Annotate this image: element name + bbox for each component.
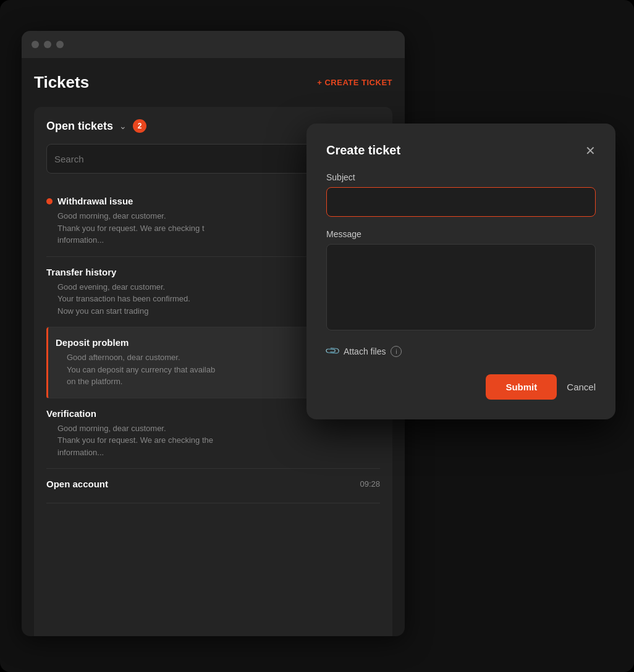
ticket-unread-dot bbox=[46, 198, 53, 204]
traffic-light-green bbox=[56, 41, 64, 48]
modal-footer: Submit Cancel bbox=[326, 374, 596, 400]
page-header: Tickets + CREATE TICKET bbox=[34, 73, 392, 92]
subject-form-group: Subject bbox=[326, 172, 596, 217]
screen-wrapper: Tickets + CREATE TICKET Open tickets ⌄ 2… bbox=[0, 0, 634, 672]
modal-title: Create ticket bbox=[326, 143, 400, 158]
ticket-title: Verification bbox=[46, 408, 96, 419]
ticket-preview: Good morning, dear customer. Thank you f… bbox=[46, 422, 380, 459]
attach-label[interactable]: Attach files bbox=[344, 346, 386, 356]
cancel-button[interactable]: Cancel bbox=[567, 382, 596, 392]
submit-button[interactable]: Submit bbox=[486, 374, 557, 400]
open-tickets-badge: 2 bbox=[133, 119, 146, 133]
search-input-wrap: ⚲ bbox=[46, 144, 344, 174]
ticket-title: Open account bbox=[46, 479, 108, 489]
ticket-title: Deposit problem bbox=[56, 337, 129, 348]
paperclip-icon: 📎 bbox=[324, 343, 341, 360]
titlebar bbox=[22, 31, 405, 58]
subject-label: Subject bbox=[326, 172, 596, 182]
search-input[interactable] bbox=[54, 154, 329, 164]
traffic-light-red bbox=[32, 41, 39, 48]
ticket-time: 09:28 bbox=[360, 479, 380, 489]
close-modal-button[interactable]: ✕ bbox=[585, 145, 596, 157]
message-form-group: Message bbox=[326, 229, 596, 333]
info-icon[interactable]: i bbox=[391, 346, 402, 357]
ticket-item[interactable]: Open account 09:28 bbox=[46, 469, 380, 503]
create-ticket-modal: Create ticket ✕ Subject Message 📎 Attach… bbox=[306, 124, 615, 419]
page-title: Tickets bbox=[34, 73, 89, 92]
ticket-title: Withdrawal issue bbox=[57, 196, 133, 206]
chevron-down-icon[interactable]: ⌄ bbox=[119, 121, 127, 131]
create-ticket-button[interactable]: + CREATE TICKET bbox=[317, 78, 392, 87]
modal-header: Create ticket ✕ bbox=[326, 143, 596, 158]
attach-row: 📎 Attach files i bbox=[326, 345, 596, 357]
ticket-title: Transfer history bbox=[46, 267, 116, 277]
ticket-item-header: Open account 09:28 bbox=[46, 479, 380, 489]
message-label: Message bbox=[326, 229, 596, 239]
traffic-light-yellow bbox=[44, 41, 51, 48]
message-textarea[interactable] bbox=[326, 244, 596, 330]
panel-title: Open tickets bbox=[46, 120, 113, 133]
subject-input[interactable] bbox=[326, 187, 596, 217]
